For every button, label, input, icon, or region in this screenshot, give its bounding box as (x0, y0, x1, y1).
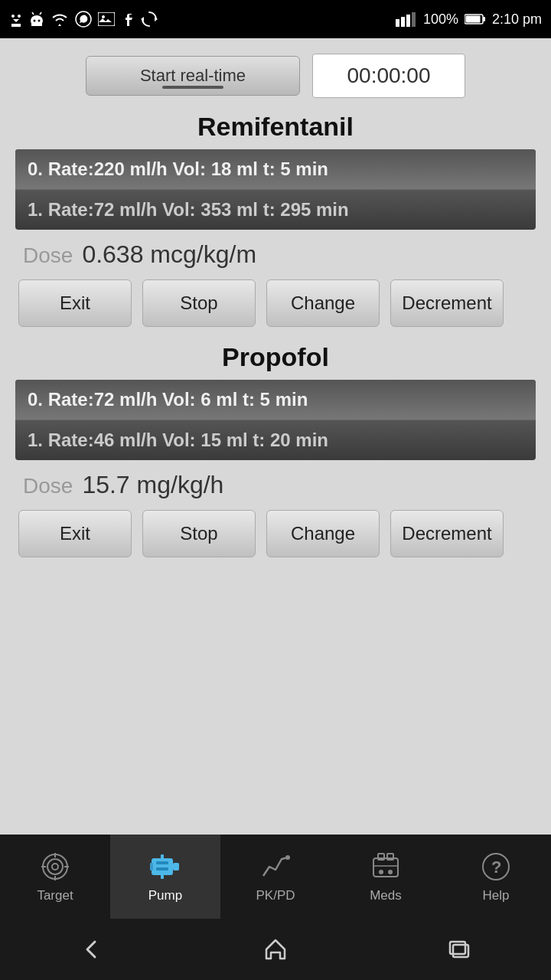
svg-point-21 (47, 859, 63, 874)
propofol-title: Propofol (15, 342, 536, 372)
target-icon (38, 850, 72, 884)
svg-point-5 (38, 20, 41, 22)
svg-rect-18 (483, 17, 485, 21)
pkpd-icon (259, 850, 292, 884)
back-button[interactable] (69, 926, 115, 972)
recents-button[interactable] (436, 926, 482, 972)
nav-label-pump: Pump (148, 888, 182, 903)
svg-point-40 (388, 870, 393, 874)
remifentanil-exit-button[interactable]: Exit (18, 279, 132, 327)
propofol-rate-row-0[interactable]: 0. Rate:72 ml/h Vol: 6 ml t: 5 min (15, 380, 536, 420)
svg-rect-3 (31, 19, 42, 26)
nav-label-target: Target (37, 888, 73, 903)
propofol-action-buttons: Exit Stop Change Decrement (15, 510, 536, 557)
remifentanil-decrement-button[interactable]: Decrement (390, 279, 504, 327)
propofol-dose-value: 15.7 mg/kg/h (82, 471, 223, 499)
svg-rect-14 (401, 17, 405, 27)
start-realtime-button[interactable]: Start real-time (86, 56, 300, 96)
remifentanil-dose-value: 0.638 mcg/kg/m (82, 240, 256, 269)
svg-point-39 (379, 870, 383, 874)
remifentanil-stop-button[interactable]: Stop (142, 279, 256, 327)
remifentanil-rate-row-1[interactable]: 1. Rate:72 ml/h Vol: 353 ml t: 295 min (15, 190, 536, 230)
propofol-dose-label: Dose (23, 474, 73, 498)
propofol-rate-row-1[interactable]: 1. Rate:46 ml/h Vol: 15 ml t: 20 min (15, 420, 536, 460)
propofol-section: Propofol 0. Rate:72 ml/h Vol: 6 ml t: 5 … (15, 342, 536, 557)
timer-display: 00:00:00 (312, 54, 465, 98)
svg-point-1 (18, 15, 21, 18)
propofol-exit-button[interactable]: Exit (18, 510, 132, 557)
battery-text: 100% (423, 11, 458, 28)
svg-rect-33 (161, 873, 164, 879)
svg-rect-13 (396, 19, 399, 27)
propofol-stop-button[interactable]: Stop (142, 510, 256, 557)
nav-item-target[interactable]: Target (0, 835, 110, 919)
start-btn-label: Start real-time (140, 66, 246, 85)
time-text: 2:10 pm (492, 11, 542, 28)
remifentanil-change-button[interactable]: Change (266, 279, 380, 327)
meds-icon (369, 850, 403, 884)
svg-point-20 (43, 854, 67, 879)
svg-line-6 (32, 12, 34, 15)
status-bar: 100% 2:10 pm (0, 0, 551, 38)
remifentanil-section: Remifentanil 0. Rate:220 ml/h Vol: 18 ml… (15, 112, 536, 327)
propofol-dose-line: Dose 15.7 mg/kg/h (15, 471, 536, 499)
svg-rect-32 (161, 854, 164, 861)
svg-rect-29 (156, 867, 168, 871)
nav-item-pkpd[interactable]: PK/PD (220, 835, 331, 919)
top-controls: Start real-time 00:00:00 (15, 54, 536, 98)
svg-text:?: ? (491, 858, 501, 877)
propofol-change-button[interactable]: Change (266, 510, 380, 557)
svg-rect-27 (152, 858, 173, 875)
nav-item-meds[interactable]: Meds (331, 835, 441, 919)
svg-rect-35 (373, 858, 398, 877)
remifentanil-dose-line: Dose 0.638 mcg/kg/m (15, 240, 536, 269)
propofol-rate-table: 0. Rate:72 ml/h Vol: 6 ml t: 5 min 1. Ra… (15, 380, 536, 460)
svg-rect-9 (98, 12, 115, 26)
remifentanil-title: Remifentanil (15, 112, 536, 142)
svg-rect-16 (412, 12, 416, 27)
svg-rect-31 (150, 863, 153, 871)
progress-bar (162, 86, 223, 89)
svg-point-0 (11, 15, 15, 18)
svg-rect-28 (156, 861, 168, 864)
pump-icon (148, 850, 182, 884)
remifentanil-rate-table: 0. Rate:220 ml/h Vol: 18 ml t: 5 min 1. … (15, 149, 536, 230)
svg-rect-15 (406, 15, 410, 27)
svg-rect-30 (173, 863, 179, 871)
remifentanil-dose-label: Dose (23, 243, 73, 268)
svg-point-10 (102, 15, 105, 18)
propofol-decrement-button[interactable]: Decrement (390, 510, 504, 557)
svg-point-4 (34, 20, 36, 22)
svg-point-34 (285, 855, 290, 860)
help-icon: ? (479, 850, 513, 884)
status-icons (9, 10, 158, 28)
main-content: Start real-time 00:00:00 Remifentanil 0.… (0, 38, 551, 919)
bottom-nav: Target Pump PK/PD (0, 835, 551, 919)
svg-line-7 (40, 12, 41, 15)
home-button[interactable] (253, 926, 298, 972)
remifentanil-action-buttons: Exit Stop Change Decrement (15, 279, 536, 327)
nav-label-meds: Meds (370, 888, 402, 903)
nav-label-help: Help (483, 888, 510, 903)
nav-label-pkpd: PK/PD (256, 888, 295, 903)
remifentanil-rate-row-0[interactable]: 0. Rate:220 ml/h Vol: 18 ml t: 5 min (15, 149, 536, 190)
nav-item-help[interactable]: ? Help (441, 835, 551, 919)
system-nav (0, 919, 551, 980)
svg-point-22 (52, 864, 58, 870)
nav-item-pump[interactable]: Pump (110, 835, 220, 919)
status-right-info: 100% 2:10 pm (396, 11, 542, 28)
svg-rect-19 (465, 16, 480, 23)
